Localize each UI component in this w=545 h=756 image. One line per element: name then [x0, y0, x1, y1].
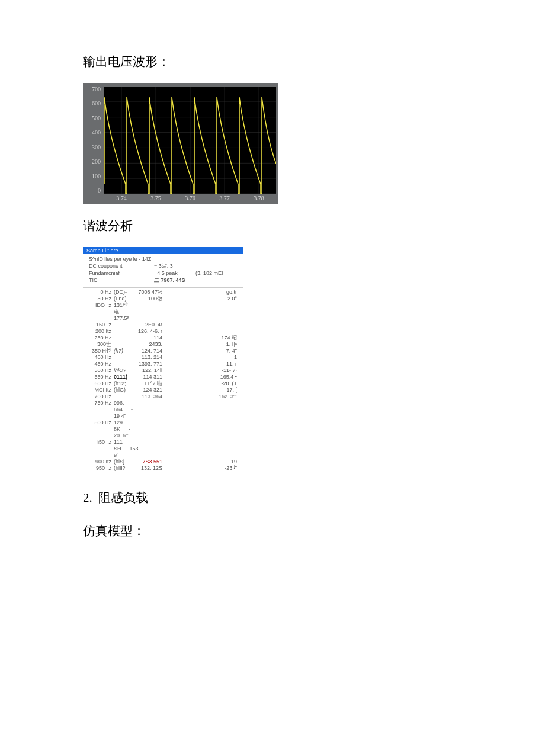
y-tick: 600	[83, 101, 103, 107]
table-row: 350 H乜(h7)124. 7147. 4"	[89, 348, 237, 354]
table-row: 600 Hz(h12;11^7.啦-20. (T	[89, 380, 237, 387]
section-number: 2.	[83, 491, 92, 505]
phase-cell: -20. (T	[171, 380, 237, 387]
table-row: 0 Hz(DC)-7008 47%go.tr	[89, 289, 237, 296]
table-row: 950 ilz(hlfl?132. 12S-23.ʲ"	[89, 465, 237, 472]
info-cell: S^nlD lles per eye le - 14Z	[89, 255, 154, 262]
phase-cell: r	[161, 322, 162, 328]
mag-cell: 114	[135, 335, 171, 341]
table-row: 700 Hz113. 364162. 3ᵐ	[89, 393, 237, 400]
harm-cell: (h12;	[114, 380, 135, 387]
waveform-chart: 700 600 500 400 300 200 100 0	[83, 83, 278, 204]
heading-waveform: 输出电压波形：	[83, 53, 462, 70]
x-tick: 3.76	[185, 195, 195, 203]
phase-cell: 162. 3ᵐ	[171, 393, 237, 400]
freq-cell: IDO ilz	[89, 302, 114, 322]
phase-cell: -19	[171, 459, 237, 465]
mag-cell: 2E0. 4r	[135, 322, 171, 328]
table-row: 900 Itz(hiSj7S3 551-19	[89, 459, 237, 465]
y-tick: 700	[83, 87, 103, 92]
info-cell: 二 7907. 44S	[154, 277, 195, 284]
freq-cell: 900 Itz	[89, 459, 114, 465]
heading-simulation-model: 仿真模型：	[83, 523, 462, 539]
freq-cell: 600 Hz	[89, 380, 114, 387]
mag-cell: 124 321	[135, 387, 171, 393]
info-cell: TIC	[89, 277, 154, 284]
x-tick: 3.74	[116, 195, 127, 203]
freq-cell: 450 Hz	[89, 361, 114, 367]
x-axis-ticks: 3.74 3.75 3.76 3.77 3.78	[104, 195, 276, 203]
info-cell: Fundamcniaf	[89, 270, 154, 277]
freq-cell: 300世	[89, 341, 114, 348]
harmonics-rows: 0 Hz(DC)-7008 47%go.tr50 Hz(Fnd)100做-2.0…	[83, 288, 243, 473]
table-row: MCI Itz(hlG)124 321-17. [	[89, 387, 237, 393]
phase-cell: 174.昭	[171, 335, 237, 341]
harm-cell	[114, 322, 135, 328]
phase-cell: 1. I]ⁿ	[171, 341, 237, 348]
y-tick: 200	[83, 159, 103, 165]
mag-cell: 122. 14li	[135, 367, 171, 374]
y-tick: 500	[83, 116, 103, 121]
harm-cell: (DC)-	[114, 289, 135, 296]
harm-cell: 111 SH153 e"	[114, 439, 135, 459]
harm-cell: 0111)	[114, 374, 135, 380]
mag-cell: 129 8K	[114, 419, 129, 432]
freq-cell: 400 Hz	[89, 354, 114, 361]
table-row: IDO ilz131丝电177.5ª	[89, 302, 237, 322]
freq-cell: 950 ilz	[89, 465, 114, 472]
mag-cell: 7S3 551	[135, 459, 171, 465]
harm-cell	[114, 335, 135, 341]
freq-cell: 150 llz	[89, 322, 114, 328]
freq-cell: 350 H乜	[89, 348, 114, 354]
harm-cell: (hiSj	[114, 459, 135, 465]
table-row: fi50 llz111 SH153 e"	[89, 439, 237, 459]
mag-cell: 114 311	[135, 374, 171, 380]
table-row: 250 Hz114174.昭	[89, 335, 237, 341]
freq-cell: 550 Hz	[89, 374, 114, 380]
table-row: 150 llz2E0. 4r	[89, 322, 237, 328]
table-row: 550 Hz0111)114 311165.4 •	[89, 374, 237, 380]
phase-cell: -23.ʲ"	[171, 465, 237, 472]
harm-cell	[114, 354, 135, 361]
phase-cell: -11. r	[171, 361, 237, 367]
table-row: 450 Hz1393. 771-11. r	[89, 361, 237, 367]
phase-cell: 1	[171, 354, 237, 361]
heading-section-2: 2. 阻感负载	[83, 489, 462, 506]
table-row: 800 Hz129 8K-20. 6⁻	[89, 419, 237, 439]
x-tick: 3.78	[254, 195, 264, 203]
harmonics-info: S^nlD lles per eye le - 14Z DC coupons i…	[83, 254, 243, 288]
table-row: 50 Hz(Fnd)100做-2.0°	[89, 296, 237, 302]
plot-area	[104, 87, 276, 194]
info-cell: =4.5 peak	[154, 270, 195, 277]
phase-cell: -2.0°	[171, 296, 237, 302]
phase-cell: -6. r	[153, 328, 162, 334]
table-row: 400 Hz113. 2141	[89, 354, 237, 361]
harm-cell	[114, 341, 135, 348]
freq-cell: 750 Hz	[89, 400, 114, 419]
harmonics-panel: Samp I i t nre S^nlD lles per eye le - 1…	[83, 247, 243, 473]
mag-cell: 124. 714	[135, 348, 171, 354]
freq-cell: MCI Itz	[89, 387, 114, 393]
info-cell: = 3沾. 3	[154, 262, 195, 270]
freq-cell: 800 Hz	[89, 419, 114, 439]
harm-cell: 131丝电177.5ª	[114, 302, 135, 322]
mag-cell: 111 SH	[114, 439, 130, 451]
phase-cell: 177.5ª	[114, 315, 129, 321]
mag-cell: 131丝电	[114, 302, 128, 315]
mag-cell: 132. 12S	[135, 465, 171, 472]
table-row: 300世2433.1. I]ⁿ	[89, 341, 237, 348]
table-row: 200 Itz126. 4-6. r	[89, 328, 237, 335]
harm-cell	[114, 393, 135, 400]
mag-cell: 1393. 771	[135, 361, 171, 367]
mag-cell: 2433.	[135, 341, 171, 348]
harm-cell: (h7)	[114, 348, 135, 354]
y-tick: 400	[83, 130, 103, 136]
harm-cell	[114, 361, 135, 367]
y-axis-ticks: 700 600 500 400 300 200 100 0	[83, 87, 103, 194]
phase-cell: -11- 7·	[171, 367, 237, 374]
mag-cell: 7008 47%	[135, 289, 171, 296]
harm-cell: (Fnd)	[114, 296, 135, 302]
harm-cell	[114, 328, 135, 335]
harm-cell: 996. 664-19 4"	[114, 400, 135, 419]
phase-cell: go.tr	[171, 289, 237, 296]
